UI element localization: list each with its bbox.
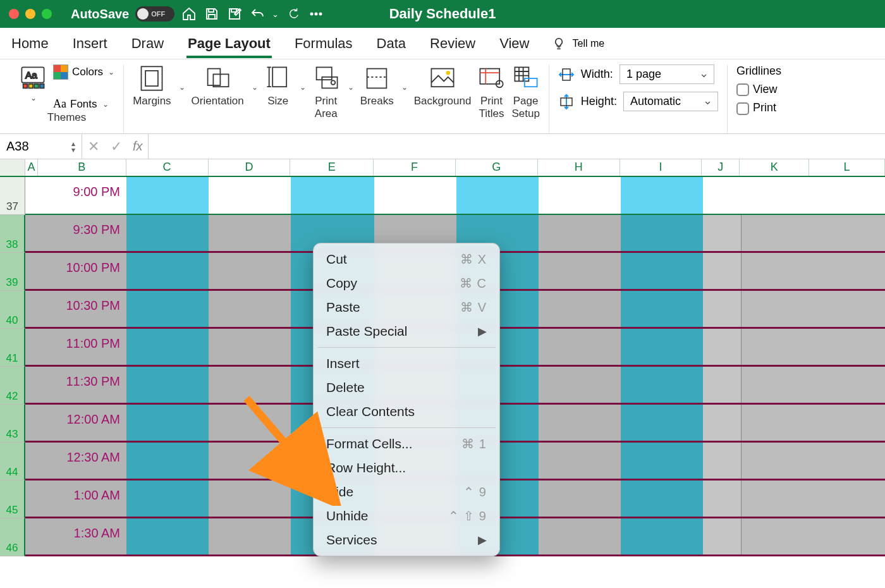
cell[interactable]: 9:30 PM: [38, 215, 126, 251]
home-icon[interactable]: [181, 6, 197, 22]
width-select[interactable]: 1 page: [620, 64, 714, 84]
themes-caret[interactable]: ⌄: [30, 94, 37, 102]
cells-rest[interactable]: [741, 291, 885, 327]
background-button[interactable]: Background: [414, 64, 472, 107]
cell[interactable]: [621, 443, 703, 479]
autosave-control[interactable]: AutoSave OFF: [71, 6, 174, 21]
menu-item-cut[interactable]: Cut⌘ X: [314, 247, 499, 271]
col-header-F[interactable]: F: [374, 159, 456, 176]
cell[interactable]: [539, 481, 621, 517]
close-window-button[interactable]: [9, 9, 19, 19]
cell[interactable]: [25, 481, 38, 517]
cell[interactable]: [703, 329, 741, 365]
fx-label[interactable]: fx: [128, 134, 149, 159]
cell[interactable]: [703, 253, 741, 289]
menu-item-hide[interactable]: Hide⌃ 9: [314, 480, 499, 504]
size-button[interactable]: Size: [264, 64, 292, 107]
cell[interactable]: [703, 215, 741, 251]
cell[interactable]: [456, 177, 539, 214]
cells-rest[interactable]: [741, 405, 885, 441]
cell[interactable]: [25, 405, 38, 441]
cell[interactable]: [703, 405, 741, 441]
cell[interactable]: [25, 177, 38, 214]
fonts-dropdown[interactable]: Aa Fonts⌄: [53, 97, 114, 111]
tab-draw[interactable]: Draw: [130, 29, 165, 58]
col-header-A[interactable]: A: [25, 159, 38, 176]
col-header-G[interactable]: G: [456, 159, 538, 176]
namebox-stepper[interactable]: ▴▾: [71, 140, 75, 153]
col-header-L[interactable]: L: [809, 159, 885, 176]
cell[interactable]: 10:00 PM: [38, 253, 126, 289]
cell[interactable]: 11:00 PM: [38, 329, 126, 365]
cell[interactable]: [621, 518, 703, 554]
cell[interactable]: 10:30 PM: [38, 291, 126, 327]
cell[interactable]: [126, 443, 209, 479]
cell[interactable]: [539, 405, 621, 441]
name-box[interactable]: A38 ▴▾: [0, 134, 82, 159]
cell[interactable]: [621, 253, 703, 289]
cell[interactable]: 1:00 AM: [38, 481, 126, 517]
cell[interactable]: [539, 329, 621, 365]
more-icon[interactable]: [308, 6, 324, 22]
row-header[interactable]: 45: [0, 481, 25, 518]
cell[interactable]: [703, 177, 741, 214]
cell[interactable]: [25, 518, 38, 554]
row-header[interactable]: 43: [0, 405, 25, 443]
cell[interactable]: [209, 253, 291, 289]
cell[interactable]: [209, 405, 291, 441]
tab-insert[interactable]: Insert: [71, 29, 109, 58]
col-header-H[interactable]: H: [538, 159, 620, 176]
undo-icon[interactable]: [249, 6, 266, 22]
colors-dropdown[interactable]: Colors⌄: [53, 64, 114, 80]
cell[interactable]: 1:30 AM: [38, 518, 126, 554]
cell[interactable]: [539, 215, 621, 251]
cell[interactable]: [209, 481, 291, 517]
cell[interactable]: [539, 443, 621, 479]
menu-item-insert[interactable]: Insert: [314, 352, 499, 376]
row-header[interactable]: 39: [0, 253, 25, 291]
cell[interactable]: [126, 215, 209, 251]
col-header-K[interactable]: K: [740, 159, 809, 176]
cell[interactable]: [126, 177, 209, 214]
cell[interactable]: [621, 177, 703, 214]
cell[interactable]: [621, 367, 703, 403]
cells-rest[interactable]: [741, 177, 885, 214]
cell[interactable]: [25, 367, 38, 403]
page-setup-button[interactable]: Page Setup: [511, 64, 539, 119]
cells-rest[interactable]: [741, 367, 885, 403]
cell[interactable]: [621, 291, 703, 327]
cell[interactable]: [621, 215, 703, 251]
col-header-I[interactable]: I: [620, 159, 702, 176]
tab-view[interactable]: View: [498, 29, 530, 58]
save-as-icon[interactable]: [226, 6, 243, 22]
col-header-C[interactable]: C: [126, 159, 209, 176]
cell[interactable]: [209, 215, 291, 251]
cell[interactable]: 12:00 AM: [38, 405, 126, 441]
col-header-D[interactable]: D: [209, 159, 291, 176]
cell[interactable]: [126, 405, 209, 441]
cell[interactable]: [209, 443, 291, 479]
tab-data[interactable]: Data: [375, 29, 407, 58]
cell[interactable]: [703, 291, 741, 327]
save-icon[interactable]: [204, 6, 220, 22]
cell[interactable]: [703, 443, 741, 479]
cell[interactable]: [209, 329, 291, 365]
cell[interactable]: [25, 291, 38, 327]
col-header-E[interactable]: E: [290, 159, 374, 176]
undo-dropdown-caret[interactable]: ⌄: [272, 9, 279, 19]
cell[interactable]: [539, 367, 621, 403]
cells-rest[interactable]: [741, 481, 885, 517]
enter-formula-button[interactable]: ✓: [105, 134, 128, 159]
cell[interactable]: [126, 518, 209, 554]
cell[interactable]: [291, 177, 374, 214]
gridlines-print-checkbox[interactable]: Print: [736, 101, 781, 114]
cell[interactable]: [539, 177, 621, 214]
menu-item-delete[interactable]: Delete: [314, 376, 499, 400]
menu-item-format-cells[interactable]: Format Cells...⌘ 1: [314, 432, 499, 456]
cell[interactable]: [539, 253, 621, 289]
cell[interactable]: [126, 291, 209, 327]
gridlines-view-checkbox[interactable]: View: [736, 83, 781, 96]
cell[interactable]: [126, 329, 209, 365]
table-row[interactable]: 379:00 PM: [0, 177, 885, 215]
cells-rest[interactable]: [741, 215, 885, 251]
